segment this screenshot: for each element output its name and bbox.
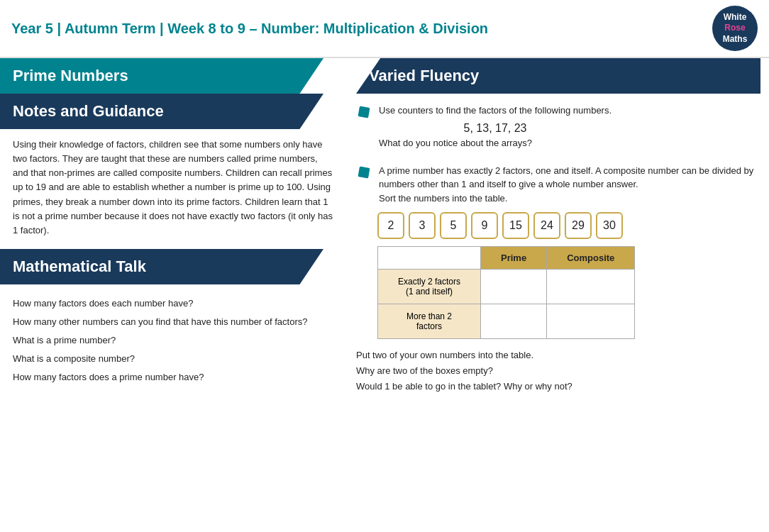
varied-fluency-header: Varied Fluency <box>356 58 760 94</box>
logo-line2: Rose <box>724 23 745 34</box>
num-box-6: 29 <box>565 212 592 239</box>
num-box-5: 24 <box>533 212 560 239</box>
svg-rect-0 <box>358 106 370 118</box>
num-box-2: 5 <box>440 212 467 239</box>
section-title: Prime Numbers <box>0 58 341 94</box>
fluency-text-1: Use counters to find the factors of the … <box>379 104 612 118</box>
table-prime-1 <box>481 270 547 304</box>
table-prime-2 <box>481 304 547 339</box>
table-composite-2 <box>547 304 635 339</box>
table-header-empty <box>378 247 481 270</box>
talk-item-2: How many other numbers can you find that… <box>13 313 335 331</box>
wrm-logo: White Rose Maths <box>712 6 758 51</box>
page-title: Year 5 | Autumn Term | Week 8 to 9 – Num… <box>11 21 488 37</box>
table-label-2: More than 2factors <box>378 304 481 339</box>
table-header-composite: Composite <box>547 247 635 270</box>
fluency-item-1: Use counters to find the factors of the … <box>356 104 760 157</box>
logo-line3: Maths <box>723 34 748 45</box>
page-header: Year 5 | Autumn Term | Week 8 to 9 – Num… <box>0 0 769 58</box>
talk-item-5: How many factors does a prime number hav… <box>13 368 335 387</box>
diamond-icon-1 <box>356 104 372 120</box>
talk-item-1: How many factors does each number have? <box>13 294 335 313</box>
fluency-numbers: 5, 13, 17, 23 <box>379 122 612 135</box>
mathematical-talk-body: How many factors does each number have? … <box>0 284 348 397</box>
diamond-icon-2 <box>356 165 372 180</box>
num-box-7: 30 <box>596 212 623 239</box>
bottom-text: Put two of your own numbers into the tab… <box>356 348 760 394</box>
left-column: Prime Numbers Notes and Guidance Using t… <box>0 58 348 532</box>
num-box-3: 9 <box>471 212 498 239</box>
main-content: Prime Numbers Notes and Guidance Using t… <box>0 58 769 532</box>
title-year: Year 5 | <box>11 21 65 36</box>
table-row-2: More than 2factors <box>378 304 635 339</box>
table-label-1: Exactly 2 factors(1 and itself) <box>378 270 481 304</box>
num-box-0: 2 <box>377 212 404 239</box>
bottom-line-1: Put two of your own numbers into the tab… <box>356 348 760 363</box>
number-boxes: 2 3 5 9 15 24 29 30 <box>377 212 760 239</box>
table-composite-1 <box>547 270 635 304</box>
bottom-line-3: Would 1 be able to go in the tablet? Why… <box>356 379 760 394</box>
notice-text: What do you notice about the arrays? <box>379 138 612 148</box>
logo-line1: White <box>724 12 747 23</box>
svg-rect-1 <box>358 166 370 178</box>
sort-table: Prime Composite Exactly 2 factors(1 and … <box>377 246 635 339</box>
notes-body: Using their knowledge of factors, childr… <box>0 129 348 246</box>
num-box-4: 15 <box>502 212 529 239</box>
table-header-prime: Prime <box>481 247 547 270</box>
fluency-item-2: A prime number has exactly 2 factors, on… <box>356 164 760 206</box>
bottom-line-2: Why are two of the boxes empty? <box>356 363 760 379</box>
right-column: Varied Fluency Use counters to find the … <box>348 58 769 532</box>
title-rest: Autumn Term | Week 8 to 9 – Number: Mult… <box>65 21 488 36</box>
mathematical-talk-header: Mathematical Talk <box>0 249 341 284</box>
talk-item-4: What is a composite number? <box>13 350 335 368</box>
notes-guidance-header: Notes and Guidance <box>0 94 341 129</box>
fluency-text-2: A prime number has exactly 2 factors, on… <box>379 164 760 206</box>
table-row-1: Exactly 2 factors(1 and itself) <box>378 270 635 304</box>
num-box-1: 3 <box>409 212 436 239</box>
talk-item-3: What is a prime number? <box>13 331 335 350</box>
